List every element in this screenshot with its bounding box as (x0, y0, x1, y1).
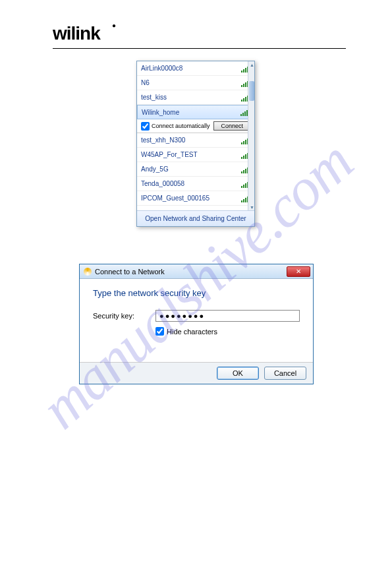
page-header: wilink ● (53, 23, 346, 49)
scroll-down-icon[interactable]: ▼ (250, 205, 254, 209)
wifi-network-item[interactable]: W45AP_For_TEST (137, 148, 254, 162)
wifi-network-item[interactable]: Tenda_0000B0 (137, 206, 254, 210)
wifi-network-name: Andy_5G (141, 165, 169, 173)
wifi-network-name: IPCOM_Guest_000165 (141, 195, 210, 202)
brand-logo: wilink (53, 23, 346, 44)
wifi-network-item[interactable]: AirLink0000c8 (137, 61, 254, 76)
scroll-thumb[interactable] (249, 81, 254, 101)
wifi-flyout: AirLink0000c8N6test_kissWilink_homeConne… (136, 61, 255, 227)
dialog-body: Type the network security key Security k… (80, 279, 313, 362)
connect-automatically-label: Connect automatically (152, 123, 210, 129)
wifi-network-item[interactable]: test_xhh_N300 (137, 133, 254, 148)
hide-characters-checkbox[interactable] (155, 327, 164, 336)
wifi-network-item[interactable]: Andy_5G (137, 162, 254, 177)
cancel-button[interactable]: Cancel (264, 367, 306, 380)
wifi-network-name: AirLink0000c8 (141, 65, 182, 72)
open-network-center-link[interactable]: Open Network and Sharing Center (137, 210, 254, 226)
wifi-network-item[interactable]: Tenda_000058 (137, 177, 254, 191)
wifi-network-item[interactable]: Wilink_home (137, 105, 254, 119)
wifi-network-name: Tenda_000058 (141, 180, 184, 187)
dialog-button-row: OK Cancel (80, 362, 313, 384)
wifi-list: AirLink0000c8N6test_kissWilink_homeConne… (137, 61, 254, 210)
security-key-input[interactable] (155, 310, 300, 322)
wifi-network-name: test_xhh_N300 (141, 136, 185, 144)
wifi-network-name: Tenda_0000B0 (141, 210, 185, 211)
connect-automatically-checkbox[interactable] (141, 122, 150, 131)
wifi-network-item[interactable]: test_kiss (137, 90, 254, 105)
scrollbar[interactable]: ▲ ▼ (248, 61, 254, 210)
dialog-titlebar: Connect to a Network ✕ (80, 264, 313, 279)
close-icon: ✕ (296, 268, 301, 275)
wifi-network-item[interactable]: IPCOM_Guest_000165 (137, 191, 254, 206)
logo-decoration: ● (112, 22, 116, 29)
scroll-up-icon[interactable]: ▲ (250, 63, 254, 67)
hide-characters-label: Hide characters (167, 328, 217, 336)
wifi-network-name: N6 (141, 79, 150, 86)
dialog-heading: Type the network security key (93, 288, 300, 298)
security-key-dialog: Connect to a Network ✕ Type the network … (79, 264, 314, 384)
close-button[interactable]: ✕ (287, 266, 310, 277)
connect-button[interactable]: Connect (213, 121, 250, 131)
network-icon (84, 268, 92, 276)
dialog-title: Connect to a Network (95, 268, 165, 276)
wifi-network-name: Wilink_home (142, 109, 179, 116)
security-key-label: Security key: (93, 312, 155, 320)
wifi-network-name: W45AP_For_TEST (141, 151, 198, 158)
ok-button[interactable]: OK (217, 367, 259, 380)
connect-row: Connect automaticallyConnect (137, 119, 254, 133)
wifi-network-name: test_kiss (141, 94, 167, 101)
wifi-network-item[interactable]: N6 (137, 76, 254, 90)
